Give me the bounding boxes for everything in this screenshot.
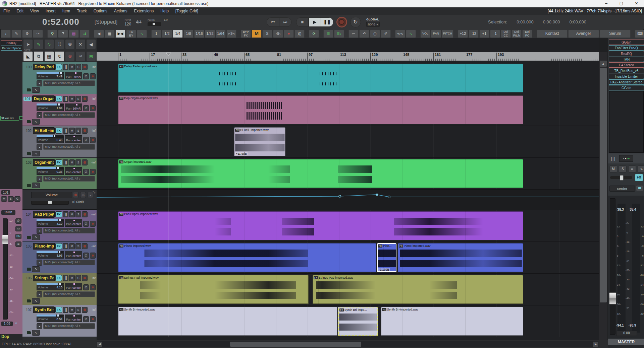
pan-envelope-button[interactable]: PAN — [431, 30, 441, 38]
track-name-button[interactable]: Pad Pripev-ir — [33, 211, 55, 218]
dock-left-icon[interactable]: ◀ — [94, 30, 104, 38]
track-volume-slider[interactable] — [37, 315, 64, 317]
media-item[interactable]: FXStrings Pad-imported.wav — [313, 275, 523, 304]
master-fx-3[interactable]: TAN — [609, 57, 644, 62]
item-fx-badge[interactable]: FX — [382, 308, 386, 311]
track-mute-button[interactable]: M — [69, 275, 75, 281]
envelope-lane-row[interactable] — [97, 190, 599, 210]
edit-cursor-marker[interactable] — [166, 53, 171, 59]
arrange-row-track-104[interactable]: FXPad Pripev-imported.wav — [97, 210, 599, 242]
menu-track[interactable]: Track — [73, 7, 90, 15]
track-env-arm-button[interactable]: ◂ — [37, 112, 42, 118]
fade-tool-icon[interactable]: ◣ — [23, 51, 33, 61]
track-name-button[interactable]: Piano-import — [33, 243, 55, 250]
track-monitor-button[interactable] — [90, 105, 96, 111]
wrench-icon[interactable]: ⚙ — [22, 30, 32, 38]
media-item[interactable]: FXSynth Bri-impo... — [338, 307, 378, 336]
track-io-button[interactable]: ▐ — [63, 211, 68, 217]
arrange-row-track-106[interactable]: FXStrings Pad-imported.wavFXStrings Pad-… — [97, 274, 599, 305]
track-name-button[interactable]: Organ-import — [33, 159, 55, 166]
dock-fx-perfectspace[interactable]: Perfect Space — [1, 46, 22, 51]
track-envelope-button[interactable]: ∿ — [32, 87, 40, 93]
collapse-left-icon[interactable]: ◀ — [86, 39, 96, 49]
record-arm-icon[interactable]: ● — [284, 30, 294, 38]
master-pan-value[interactable]: center — [609, 186, 635, 192]
menu-edit[interactable]: Edit — [13, 7, 27, 15]
track-name-button[interactable]: Dop Organ-in — [32, 95, 55, 102]
track-solo-button[interactable]: S — [75, 64, 81, 70]
media-item[interactable]: FXPian...-2.13dB — [377, 243, 396, 272]
transport-time-display[interactable]: 0:52.000 — [42, 17, 79, 27]
selection-value-1[interactable]: 0:00.000 — [517, 19, 534, 24]
track-envelope-button[interactable]: ∿ — [32, 183, 40, 188]
track-mute-button[interactable]: M — [69, 211, 75, 217]
track-mute-button[interactable]: M — [69, 307, 75, 313]
arrange-row-track-103[interactable]: FXOrgan-imported.wav — [97, 158, 599, 190]
track-solo-button[interactable]: S — [75, 96, 81, 102]
track-io-button[interactable]: ▐ — [63, 128, 68, 134]
track-mute-button[interactable]: M — [69, 96, 75, 102]
master-fx-7[interactable]: PAZ- Analyzer Stereo — [609, 79, 644, 85]
track-monitor-button[interactable] — [90, 284, 96, 290]
track-io-button[interactable]: ▐ — [63, 307, 68, 313]
track-number[interactable]: 100 — [23, 65, 32, 69]
item-color-help-icon[interactable]: ? — [58, 30, 68, 38]
go-to-end-button[interactable]: ⏭ — [279, 17, 291, 27]
track-fx-button[interactable]: FX — [55, 275, 62, 281]
arrange-row-track-100[interactable]: FXDelay Pad-imported.wav — [97, 62, 599, 94]
scroll-right-arrow[interactable]: ▶ — [593, 342, 598, 347]
bypass-fx-button[interactable]: BYP FX — [241, 30, 251, 38]
envelope-draw-icon[interactable]: ∿ — [44, 39, 54, 49]
global-automation-value[interactable]: none ▾ — [366, 22, 380, 27]
group-items-icon[interactable]: ≣ — [323, 30, 333, 38]
track-input-select[interactable]: MIDI (not connected): All c — [43, 323, 95, 329]
master-fx-6[interactable]: Invisible Limiter — [609, 74, 644, 79]
grid-1-8[interactable]: 1/8 — [183, 30, 194, 38]
envelope-hide-button[interactable]: ▭ — [80, 192, 86, 198]
track-pan-control[interactable]: Pan16%R — [65, 103, 82, 111]
track-monitor-button[interactable] — [90, 169, 96, 175]
track-volume-value[interactable]: Volume1.09 — [37, 106, 64, 111]
track-phase-button[interactable]: ∅ — [83, 137, 89, 143]
grid-1[interactable]: 1 — [151, 30, 161, 38]
track-mute-button[interactable]: M — [69, 128, 75, 134]
track-volume-slider[interactable] — [37, 219, 64, 221]
pitch-envelope-button[interactable]: PITCH — [442, 30, 453, 38]
rate-slider[interactable] — [148, 22, 161, 26]
track-envelope-button[interactable]: ∿ — [32, 298, 40, 304]
grid-1-64[interactable]: 1/64 — [216, 30, 226, 38]
master-S-button[interactable]: S — [619, 165, 627, 172]
folder-add-icon[interactable]: ⊞ — [86, 51, 96, 61]
track-phase-button[interactable]: ∅ — [83, 253, 89, 259]
track-io-button[interactable]: ▐ — [63, 96, 68, 102]
selection-value-3[interactable]: 0:00.000 — [569, 19, 586, 24]
track-env-arm-button[interactable]: ◂ — [37, 228, 42, 234]
track-mute-button[interactable]: M — [69, 159, 75, 165]
waveform-normalize-icon[interactable]: ∿ — [406, 30, 416, 38]
routing-icon[interactable]: ↯ — [55, 51, 64, 61]
track-monitor-button[interactable] — [90, 137, 96, 143]
del-cc-button[interactable]: Del CC — [501, 30, 511, 38]
menu-help[interactable]: Help — [157, 7, 172, 15]
render-pencil-icon[interactable]: ✎ — [11, 30, 21, 38]
time-play-icon[interactable]: ◷ — [370, 30, 380, 38]
minus-1-button[interactable]: -1 — [490, 30, 500, 38]
track-pan-control[interactable]: Pancenter — [65, 219, 82, 227]
menu-actions[interactable]: Actions — [111, 7, 130, 15]
undo-wave-icon[interactable]: ↶ — [359, 30, 369, 38]
master-label[interactable]: MASTER — [608, 339, 644, 345]
metronome-icon[interactable]: ∿ — [137, 30, 147, 38]
save-icon[interactable]: ↓ — [1, 30, 11, 38]
track-monitor-button[interactable] — [90, 73, 96, 79]
monitor-speaker-icon[interactable]: ))) — [294, 30, 305, 38]
vertical-scroll-thumb[interactable] — [600, 68, 607, 302]
dock-fx-reaeq[interactable]: ReaEQ — [1, 40, 22, 45]
track-envelope-button[interactable]: ∿ — [32, 151, 40, 156]
item-fx-badge[interactable]: FX — [399, 245, 403, 248]
color-swatch-icon[interactable]: ▤ — [69, 30, 79, 38]
track-solo-button[interactable]: S — [75, 275, 81, 281]
del-pitch-button[interactable]: Del Pitch — [512, 30, 522, 38]
track-number[interactable]: 103 — [23, 161, 32, 164]
play-button[interactable]: ▶ — [309, 17, 321, 27]
plus-12-button[interactable]: +12 — [458, 30, 468, 38]
